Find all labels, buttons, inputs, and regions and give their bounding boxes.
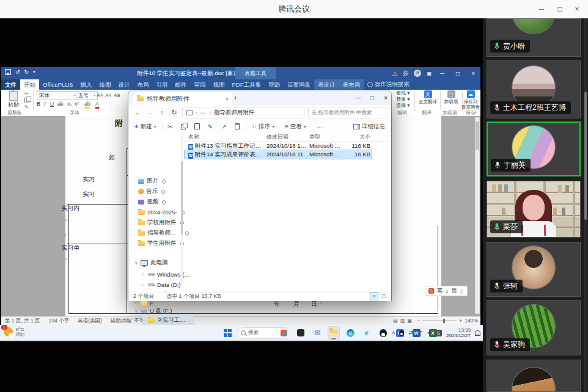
ribbon-tab-OfficePLUS[interactable]: OfficePLUS	[39, 79, 76, 90]
nav-item-Data (D:)[interactable]: ›Data (D:)	[142, 280, 181, 289]
chevron-right-icon[interactable]: ›	[134, 300, 138, 306]
taskbar-app-edge[interactable]: e	[344, 326, 356, 339]
copy-icon[interactable]	[24, 98, 29, 103]
user-avatar[interactable]	[414, 70, 421, 77]
taskbar-app-explorer[interactable]	[328, 326, 340, 339]
bold-icon[interactable]: B	[37, 101, 40, 107]
font-name-select[interactable]: 宋体 ▾	[37, 91, 78, 100]
explorer-close-button[interactable]: ×	[384, 95, 388, 101]
zoom-slider[interactable]	[422, 321, 457, 321]
taskbar-app-start[interactable]	[221, 326, 233, 339]
word-close-button[interactable]: ×	[468, 70, 478, 77]
copy-button[interactable]	[181, 120, 186, 133]
explorer-maximize-button[interactable]: □	[370, 95, 374, 101]
rename-button[interactable]: ✎	[208, 120, 213, 133]
superscript-icon[interactable]: x²	[75, 101, 79, 107]
share-button[interactable]: ↗	[221, 120, 226, 133]
taskbar-search[interactable]: 搜索	[238, 327, 290, 339]
save-icon[interactable]	[5, 69, 11, 75]
view-button[interactable]: ≡ 查看▾	[285, 120, 306, 133]
ribbon-tab-绘图[interactable]: 绘图	[95, 79, 114, 90]
nav-item-学校用附件[interactable]: 学校用附件	[138, 218, 184, 227]
tray-expand-icon[interactable]: ˄	[392, 330, 395, 336]
baidu-save-button[interactable]: ☁ 保存到 百度网盘	[461, 90, 480, 110]
details-view-icon[interactable]: ≡	[370, 293, 378, 300]
breadcrumb-current-folder[interactable]: 指导教师用附件	[214, 109, 255, 117]
taskbar-app-qq[interactable]	[377, 326, 389, 339]
column-size[interactable]: 大小	[336, 133, 370, 141]
ribbon-tab-视图[interactable]: 视图	[209, 79, 228, 90]
strikethrough-icon[interactable]: ab	[57, 101, 63, 107]
font-size-select[interactable]: 五号 ▾	[76, 91, 98, 100]
taskbar-weather-widget[interactable]: 1 0°C 晴朗	[4, 327, 24, 337]
ribbon-tab-文件[interactable]: 文件	[1, 79, 20, 90]
zoom-in-button[interactable]: +	[459, 317, 462, 325]
ribbon-tab-PDF工具集[interactable]: PDF工具集	[228, 79, 265, 90]
nav-item-学生用附件[interactable]: 学生用附件	[138, 239, 184, 248]
edit-item-选择[interactable]: 选择 ▾	[396, 103, 410, 109]
nav-scrollbar[interactable]	[181, 137, 183, 287]
italic-icon[interactable]: I	[44, 101, 46, 107]
nav-item-Windows (C:)[interactable]: ›Windows (C:)	[142, 270, 191, 279]
delete-button[interactable]	[235, 120, 240, 133]
chevron-right-icon[interactable]: ›	[142, 318, 145, 323]
close-tab-icon[interactable]: ×	[226, 96, 229, 102]
back-icon[interactable]: ←	[133, 109, 142, 116]
collapse-ribbon-icon[interactable]: ˄	[474, 110, 477, 115]
font-color-icon[interactable]: A	[95, 101, 99, 109]
participant-tile[interactable]: 贾小盼	[487, 18, 581, 57]
explorer-tab[interactable]: 指导教师用附件 ×	[133, 92, 232, 105]
subscript-icon[interactable]: x₂	[67, 101, 72, 107]
read-mode-icon[interactable]: ▤	[393, 317, 398, 325]
explorer-minimize-button[interactable]: ─	[356, 95, 361, 101]
participant-tile[interactable]: 于丽英	[487, 122, 581, 176]
edit-item-查找[interactable]: 查找 ▾	[396, 90, 410, 96]
cut-button[interactable]: ✂	[167, 120, 172, 133]
minimize-button[interactable]: ─	[533, 0, 550, 18]
taskbar-app-mail[interactable]: ✉	[311, 326, 323, 339]
ime-language-toggle[interactable]: 英	[437, 287, 443, 295]
nav-item-U 盘 (F:)[interactable]: ∨U 盘 (F:)	[134, 307, 172, 316]
qq-tray-icon[interactable]	[399, 330, 404, 336]
change-case-icon[interactable]: Aa	[114, 92, 120, 98]
chevron-right-icon[interactable]: ›	[142, 282, 145, 288]
tell-me-search[interactable]: 操作说明搜索	[364, 79, 413, 90]
breadcrumb-ellipsis[interactable]: ⋯	[200, 109, 207, 116]
participant-tile[interactable]: 张轲	[487, 242, 581, 297]
highlight-color-icon[interactable]: ab	[84, 101, 90, 109]
chevron-right-icon[interactable]: ›	[142, 272, 145, 277]
participant-tile[interactable]: 栗莎	[487, 181, 581, 238]
ime-sound-icon[interactable]: ♪	[446, 288, 449, 294]
nav-item-②实习工作(附...[interactable]: ›②实习工作(附...	[142, 316, 194, 325]
volume-icon[interactable]	[427, 331, 431, 335]
ribbon-tab-表布局[interactable]: 表布局	[339, 79, 364, 90]
taskbar-clock[interactable]: 13:33 2024/12/27	[446, 327, 471, 338]
breadcrumb[interactable]: › ⋯ › 指导教师用附件	[182, 107, 304, 118]
taskbar-app-e360[interactable]: e	[361, 326, 373, 339]
nav-item-此电脑[interactable]: ∨此电脑	[134, 258, 168, 267]
taskbar-app-taskview[interactable]	[295, 326, 307, 339]
details-pane-button[interactable]: 详细信息	[353, 120, 385, 133]
search-daily-image-icon[interactable]	[281, 330, 287, 336]
participant-tile[interactable]: 吴家驹	[487, 300, 581, 355]
up-icon[interactable]: ↑	[158, 109, 166, 116]
ime-toolbar[interactable]: S 英 ♪ 简 ⣿	[425, 286, 468, 296]
maximize-button[interactable]: □	[551, 0, 568, 18]
zoom-out-button[interactable]: −	[417, 317, 420, 325]
word-minimize-button[interactable]: ─	[437, 70, 447, 77]
sogou-tray-icon[interactable]: S	[435, 330, 442, 336]
ribbon-tab-审阅[interactable]: 审阅	[190, 79, 209, 90]
grow-font-icon[interactable]: A˄	[97, 92, 103, 98]
search-input[interactable]: 在 指导教师用附件 中搜索	[308, 107, 386, 118]
participant-tile[interactable]: 土木工程2班王艺博	[487, 60, 581, 118]
ribbon-display-options-icon[interactable]: ▣	[427, 71, 432, 76]
sidebar-scrollbar-thumb[interactable]	[584, 92, 587, 220]
ribbon-tab-邮件[interactable]: 邮件	[171, 79, 190, 90]
zoom-level[interactable]: 140%	[465, 317, 478, 325]
ribbon-tab-开始[interactable]: 开始	[20, 79, 39, 90]
file-row[interactable]: W附件13 实习指导工作记录 (校内指导教...2024/10/18 18:09…	[185, 142, 372, 150]
new-button[interactable]: + 新建 ▾	[134, 120, 156, 133]
redo-icon[interactable]: ↻	[24, 69, 29, 75]
chevron-down-icon[interactable]: ∨	[134, 308, 138, 314]
notification-bell-icon[interactable]	[475, 330, 480, 335]
